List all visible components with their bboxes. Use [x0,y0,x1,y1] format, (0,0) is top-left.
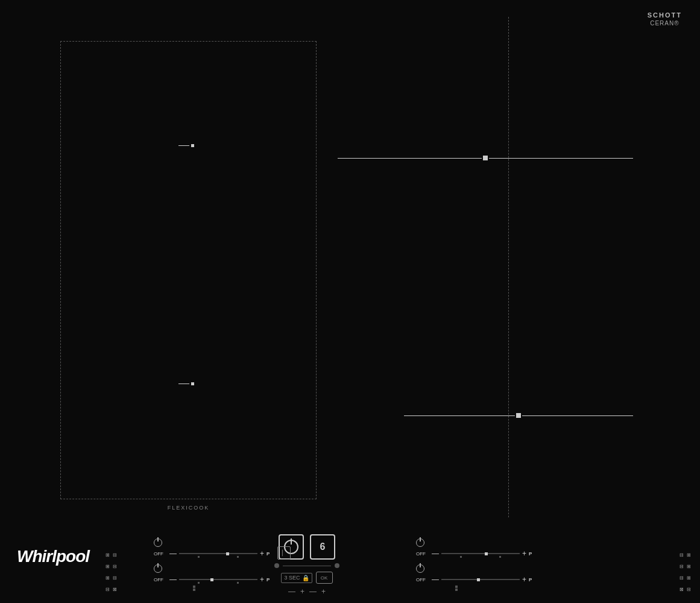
right-top-slider-row: OFF — + P [416,549,532,558]
right-bottom-center-dot [516,413,521,418]
right-top-p-btn[interactable]: P [529,551,532,557]
left-icon-panel: ⊞ ⊟ ⊞ ⊟ ⊞ ⊟ ⊟ ⊠ [106,552,117,592]
right-pot-icon-2: ⊞ [687,552,691,558]
pot-icon-7: ⊟ [106,587,110,592]
center-minus-btn[interactable]: — [288,587,295,596]
right-bottom-line-left [404,415,515,416]
center-small-control: ▏ [277,546,291,560]
right-top-line-right [489,158,633,159]
brand-name: Whirlpool [17,547,89,566]
left-top-off-label: OFF [154,551,167,557]
burner-top-indicator [178,144,194,147]
pot-icon-3: ⊞ [106,564,110,569]
right-pot-icon-3: ⊟ [680,564,684,569]
left-icon-row-4: ⊟ ⊠ [106,587,117,592]
pot-icon-2: ⊟ [113,552,117,558]
lock-icon: 🔒 [302,575,309,581]
right-bottom-power-icon[interactable] [416,564,424,573]
right-icon-row-3: ⊟ ⊞ [680,575,691,581]
right-bottom-slider-row: OFF — + P [416,575,532,584]
left-tick-group [193,586,195,591]
left-top-slider-track[interactable] [179,553,257,554]
left-bottom-slider-track[interactable] [179,579,257,580]
right-pot-icon-7: ⊠ [680,587,684,592]
timer-label: 3 SEC [284,575,300,581]
center-plus2-btn[interactable]: + [321,587,326,596]
right-bottom-controls: OFF — + P [416,564,532,591]
center-minus2-btn[interactable]: — [309,587,317,596]
left-bottom-tick-row [154,586,270,591]
pot-icon-1: ⊞ [106,552,110,558]
right-top-burner-indicator [338,156,633,160]
center-slider-dot-left [274,563,279,568]
left-top-slider-thumb [226,552,229,555]
burner-top-dot [191,144,194,147]
right-top-slider-thumb [485,552,488,555]
right-pot-icon-8: ⊟ [687,587,691,592]
right-pot-icon-6: ⊞ [687,575,691,581]
right-icon-row-1: ⊟ ⊞ [680,552,691,558]
left-top-controls: OFF — + P [154,538,270,558]
ok-label: OK [321,575,328,581]
right-pot-icon-5: ⊟ [680,575,684,581]
right-bottom-slider-track[interactable] [441,579,520,580]
left-icon-row-3: ⊞ ⊟ [106,575,117,581]
burner-bottom-line-left [178,384,189,384]
left-bottom-off-label: OFF [154,577,167,582]
right-top-off-label: OFF [416,551,429,557]
right-pot-icon-1: ⊟ [680,552,684,558]
right-icon-row-4: ⊠ ⊟ [680,587,691,592]
lock-group[interactable]: 3 SEC 🔒 [281,573,312,583]
right-tick-group [455,586,458,591]
right-top-minus-btn[interactable]: — [432,549,439,558]
schott-ceran-logo: SCHOTT CERAN® [648,11,682,27]
schott-brand: SCHOTT [648,11,682,19]
left-bottom-slider-row: OFF — + P [154,575,270,584]
left-top-plus-btn[interactable]: + [260,549,264,558]
right-pot-icon-4: ⊞ [687,564,691,569]
right-bottom-p-btn[interactable]: P [529,577,532,582]
left-top-slider-ticks [179,556,257,558]
center-slider-dot-right [335,563,339,568]
right-icon-panel: ⊟ ⊞ ⊟ ⊞ ⊟ ⊞ ⊠ ⊟ [680,552,691,592]
left-bottom-controls: OFF — + P [154,564,270,591]
right-top-power-icon[interactable] [416,538,424,547]
center-slider-track[interactable] [283,566,331,566]
right-top-slider-track[interactable] [441,553,520,554]
left-bottom-plus-btn[interactable]: + [260,575,264,584]
small-power-display[interactable]: ▏ [277,546,291,560]
vertical-divider [508,17,509,517]
center-plus-btn[interactable]: + [300,587,304,596]
left-top-p-btn[interactable]: P [266,551,270,557]
left-bottom-p-btn[interactable]: P [266,577,270,582]
left-bottom-slider-ticks [179,582,257,584]
left-top-power-icon[interactable] [154,538,162,547]
left-bottom-power-icon[interactable] [154,564,162,573]
burner-top-line-left [178,145,189,146]
timer-display[interactable]: 6 [310,534,335,560]
burner-bottom-dot [191,382,194,385]
right-bottom-plus-btn[interactable]: + [522,575,526,584]
center-controls: 6 3 SEC 🔒 OK — + — + [274,534,339,596]
right-bottom-minus-btn[interactable]: — [432,575,439,584]
left-bottom-power-row [154,564,270,573]
ceran-model: CERAN® [648,19,682,27]
flexicook-label: FLEXICOOK [168,505,210,511]
left-power-row [154,538,270,547]
left-top-minus-btn[interactable]: — [169,549,177,558]
center-slider-row [274,563,339,568]
right-top-power-row [416,538,532,547]
pot-icon-8: ⊠ [113,587,117,592]
ok-button[interactable]: OK [316,572,333,584]
right-bottom-slider-thumb [477,578,480,581]
pot-icon-4: ⊟ [113,564,117,569]
whirlpool-logo: Whirlpool [9,516,97,597]
right-bottom-burner-indicator [404,413,633,418]
flexicook-zone: FLEXICOOK [60,41,317,499]
right-top-plus-btn[interactable]: + [522,549,526,558]
left-icon-row-1: ⊞ ⊟ [106,552,117,558]
center-plus-minus-row: — + — + [288,587,326,596]
left-bottom-minus-btn[interactable]: — [169,575,177,584]
cooktop-surface: SCHOTT CERAN® FLEXICOOK Whirlpool [0,0,700,603]
right-top-controls: OFF — + P [416,538,532,558]
